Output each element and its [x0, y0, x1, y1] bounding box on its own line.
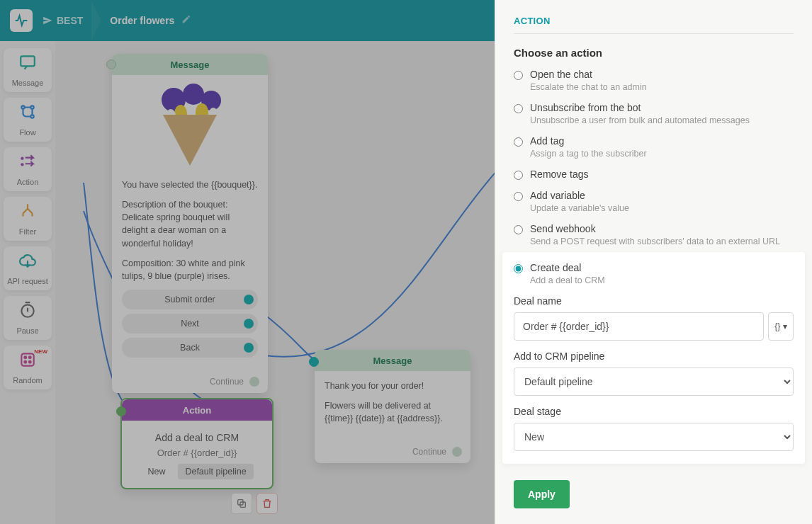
- option-label: Unsubscribe from the bot: [530, 102, 750, 113]
- pipeline-select[interactable]: Default pipeline: [514, 368, 794, 396]
- radio-send-webhook[interactable]: [514, 225, 523, 234]
- action-option-unsubscribe[interactable]: Unsubscribe from the bot Unsubscribe a u…: [514, 102, 794, 125]
- action-settings-panel: ACTION Choose an action Open the chat Es…: [495, 0, 812, 524]
- radio-add-tag[interactable]: [514, 137, 523, 147]
- option-label: Open the chat: [530, 69, 647, 80]
- option-desc: Send a POST request with subscribers' da…: [530, 237, 780, 246]
- panel-subheading: Choose an action: [514, 47, 794, 59]
- option-label: Remove tags: [530, 169, 588, 180]
- radio-open-chat[interactable]: [514, 71, 523, 80]
- option-label: Send webhook: [530, 223, 780, 234]
- action-option-add-tag[interactable]: Add tag Assign a tag to the subscriber: [514, 135, 794, 159]
- option-label: Add variable: [530, 190, 629, 201]
- deal-name-input[interactable]: [514, 312, 764, 341]
- option-desc: Add a deal to CRM: [530, 275, 605, 285]
- option-desc: Update a variable's value: [530, 203, 629, 213]
- radio-unsubscribe[interactable]: [514, 104, 523, 113]
- action-option-remove-tags[interactable]: Remove tags: [514, 169, 794, 180]
- action-option-create-deal[interactable]: Create deal Add a deal to CRM: [514, 262, 794, 285]
- pipeline-label: Add to CRM pipeline: [514, 351, 794, 362]
- apply-button[interactable]: Apply: [514, 480, 570, 508]
- option-label: Create deal: [530, 262, 605, 273]
- option-label: Add tag: [530, 135, 647, 147]
- radio-create-deal[interactable]: [514, 264, 523, 273]
- radio-remove-tags[interactable]: [514, 171, 523, 180]
- radio-add-variable[interactable]: [514, 192, 523, 201]
- panel-heading: ACTION: [514, 16, 794, 34]
- action-option-add-variable[interactable]: Add variable Update a variable's value: [514, 190, 794, 213]
- action-option-open-chat[interactable]: Open the chat Escalate the chat to an ad…: [514, 69, 794, 92]
- stage-select[interactable]: New: [514, 423, 794, 451]
- option-desc: Escalate the chat to an admin: [530, 82, 647, 92]
- action-option-send-webhook[interactable]: Send webhook Send a POST request with su…: [514, 223, 794, 246]
- option-desc: Unsubscribe a user from bulk and automat…: [530, 115, 750, 125]
- insert-variable-button[interactable]: {} ▾: [768, 312, 794, 341]
- deal-name-label: Deal name: [514, 295, 794, 307]
- option-desc: Assign a tag to the subscriber: [530, 149, 647, 159]
- stage-label: Deal stage: [514, 406, 794, 417]
